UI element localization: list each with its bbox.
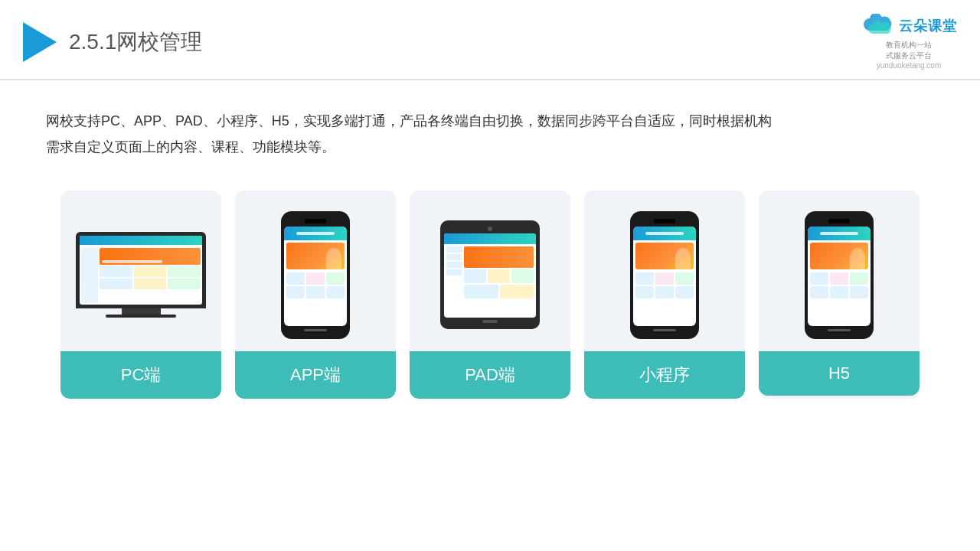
desc-line2: 需求自定义页面上的内容、课程、功能模块等。 — [46, 134, 934, 160]
brand-logo: 云朵课堂 教育机构一站 式服务云平台 yunduoketang.com — [861, 14, 957, 70]
card-miniapp-image — [584, 191, 745, 351]
logo-subtitle: 教育机构一站 式服务云平台 — [886, 40, 932, 61]
description-text: 网校支持PC、APP、PAD、小程序、H5，实现多端打通，产品各终端自由切换，数… — [0, 80, 980, 175]
platform-cards: PC端 — [0, 175, 980, 422]
tablet-mockup — [440, 220, 540, 329]
card-miniapp: 小程序 — [584, 191, 745, 399]
card-app: APP端 — [235, 191, 396, 399]
card-pad-label: PAD端 — [410, 351, 570, 399]
header-left: 2.5.1网校管理 — [23, 22, 202, 62]
cloud-icon — [861, 14, 894, 38]
card-pc-label: PC端 — [60, 351, 221, 399]
logo-text: 云朵课堂 — [899, 17, 957, 35]
logo-domain: yunduoketang.com — [877, 61, 942, 70]
card-app-image — [235, 191, 396, 351]
card-pc-image — [60, 191, 221, 351]
card-h5: H5 — [759, 191, 920, 399]
card-pad-image — [410, 191, 570, 351]
desc-line1: 网校支持PC、APP、PAD、小程序、H5，实现多端打通，产品各终端自由切换，数… — [46, 108, 934, 134]
title-cn: 网校管理 — [116, 30, 202, 54]
card-pc: PC端 — [60, 191, 221, 399]
phone-mockup-miniapp — [630, 211, 699, 339]
phone-mockup-app — [281, 211, 350, 339]
pc-mockup — [76, 232, 206, 318]
logo-cloud: 云朵课堂 — [861, 14, 957, 38]
card-miniapp-label: 小程序 — [584, 351, 745, 399]
card-pad: PAD端 — [410, 191, 570, 399]
logo-triangle-icon — [23, 22, 57, 62]
page-title: 2.5.1网校管理 — [69, 28, 202, 57]
card-h5-image — [759, 191, 920, 351]
header: 2.5.1网校管理 云朵课堂 教育机构一站 式服务云平台 yunduoketan… — [0, 0, 980, 80]
title-number: 2.5.1 — [69, 30, 116, 54]
card-h5-label: H5 — [759, 351, 920, 396]
phone-mockup-h5 — [805, 211, 874, 339]
card-app-label: APP端 — [235, 351, 396, 399]
